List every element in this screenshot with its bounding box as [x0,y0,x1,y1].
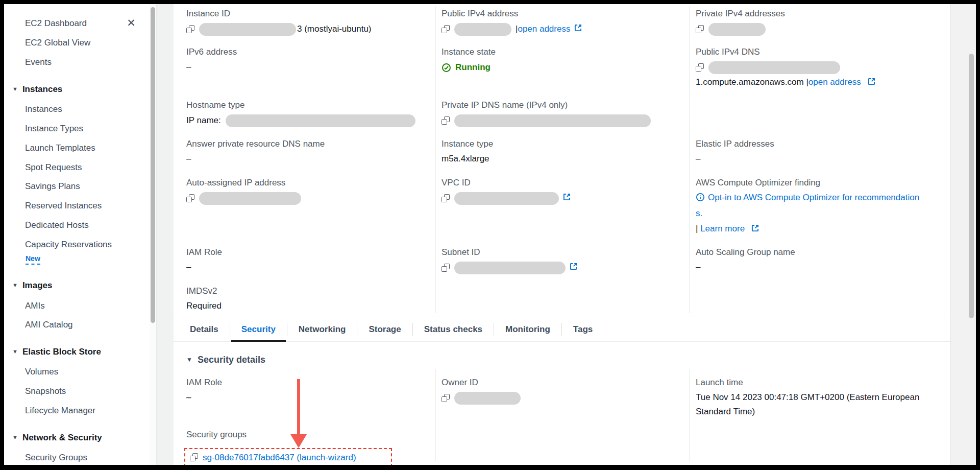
screenshot-frame: EC2 Dashboard ✕ EC2 Global View Events ▼… [0,0,980,470]
sidebar-item-ec2-global-view[interactable]: EC2 Global View [25,37,90,49]
field-value: – [186,392,222,403]
copy-icon[interactable] [442,195,449,202]
redacted-value [708,23,766,36]
sidebar-item-dedicated-hosts[interactable]: Dedicated Hosts [25,220,89,231]
sidebar-item-snapshots[interactable]: Snapshots [25,386,66,397]
sidebar-item-launch-templates[interactable]: Launch Templates [25,143,95,154]
tab-tags[interactable]: Tags [562,317,604,341]
column-divider [689,6,690,313]
security-group-link[interactable]: sg-08de76017fabd6437 (launch-wizard) [203,453,356,463]
copy-icon[interactable] [442,394,449,402]
field-elastic-ip-addresses: Elastic IP addresses – [696,139,774,164]
field-label: Instance ID [186,9,372,19]
sidebar-item-reserved-instances[interactable]: Reserved Instances [25,200,102,212]
sidebar-scrollbar-thumb[interactable] [151,7,155,323]
field-hostname-type: Hostname type IP name: [186,100,415,127]
open-address-link[interactable]: open address [808,77,861,87]
security-details-title: Security details [198,355,265,365]
annotation-highlight-box: sg-08de76017fabd6437 (launch-wizard) [184,448,392,465]
external-link-icon[interactable] [562,193,571,204]
field-private-ip-dns-name: Private IP DNS name (IPv4 only) [442,100,651,127]
sidebar-item-volumes[interactable]: Volumes [25,366,58,378]
field-label: AWS Compute Optimizer finding [696,178,941,188]
sidebar-item-instances[interactable]: Instances [25,104,62,115]
field-label: Public IPv4 DNS [696,47,941,57]
external-link-icon[interactable] [867,76,876,90]
field-label: Security groups [186,430,247,440]
close-icon[interactable]: ✕ [125,17,137,29]
optimizer-optin-line2[interactable]: s. [696,206,941,221]
redacted-value [199,192,301,205]
sidebar-item-lifecycle-manager[interactable]: Lifecycle Manager [25,405,95,416]
redacted-value [454,114,651,127]
field-label: IPv6 address [186,47,237,57]
tab-status-checks[interactable]: Status checks [413,317,494,341]
redacted-value [199,23,296,36]
learn-more-link[interactable]: Learn more [700,224,745,233]
column-divider [689,369,690,461]
copy-icon[interactable] [442,264,449,272]
redacted-value [226,114,415,127]
sidebar-section-instances[interactable]: ▼Instances [12,84,62,95]
chevron-down-icon: ▼ [186,356,192,363]
redacted-value [454,392,521,405]
optimizer-link-text[interactable]: Opt-in to AWS Compute Optimizer for reco… [708,193,919,202]
copy-icon[interactable] [442,26,449,33]
sidebar-item-security-groups[interactable]: Security Groups [25,452,87,463]
field-value: – [186,154,325,164]
field-label: Subnet ID [442,247,578,257]
external-link-icon[interactable] [569,262,578,273]
copy-icon[interactable] [186,26,194,33]
copy-icon[interactable] [696,26,703,33]
sidebar-section-elastic-block-store[interactable]: ▼Elastic Block Store [12,346,101,358]
field-auto-assigned-ip-address: Auto-assigned IP address [186,178,301,205]
tab-details[interactable]: Details [179,317,230,341]
sidebar-item-savings-plans[interactable]: Savings Plans [25,181,80,192]
sidebar-item-capacity-reservations[interactable]: Capacity Reservations [25,239,112,250]
field-value: – [696,262,795,272]
field-label: IMDSv2 [186,286,222,296]
copy-icon[interactable] [190,454,198,461]
sidebar-item-events[interactable]: Events [25,57,52,68]
field-label: IAM Role [186,378,222,388]
field-label: Elastic IP addresses [696,139,774,149]
chevron-down-icon: ▼ [12,346,18,357]
sidebar-item-ec2-dashboard[interactable]: EC2 Dashboard [25,18,87,29]
page-scrollbar[interactable] [950,4,976,465]
copy-icon[interactable] [442,117,449,125]
copy-icon[interactable] [696,64,703,72]
sidebar-item-ami-catalog[interactable]: AMI Catalog [25,319,73,331]
tab-monitoring[interactable]: Monitoring [494,317,561,341]
instance-name: 3 (mostlyai-ubuntu) [297,24,372,34]
field-value: – [186,262,222,272]
field-owner-id: Owner ID [442,378,521,405]
external-link-icon[interactable] [751,223,760,237]
field-label: Instance state [442,47,496,57]
sidebar-item-amis[interactable]: AMIs [25,300,45,312]
field-subnet-id: Subnet ID [442,247,578,274]
launch-time-line2: Standard Time) [696,405,941,419]
external-link-icon[interactable] [574,24,582,35]
sidebar-section-network-security[interactable]: ▼Network & Security [12,432,102,443]
optimizer-link-text[interactable]: s. [696,208,702,218]
optimizer-optin-line1[interactable]: Opt-in to AWS Compute Optimizer for reco… [696,191,941,206]
optimizer-learn-more-line: | Learn more [696,222,941,237]
security-details-header[interactable]: ▼Security details [186,355,265,365]
open-address-link[interactable]: open address [518,24,570,34]
sidebar-section-images[interactable]: ▼Images [12,280,52,291]
field-label: Instance type [442,139,493,149]
new-badge[interactable]: New [26,254,40,265]
launch-time-line1: Tue Nov 14 2023 00:47:18 GMT+0200 (Easte… [696,390,941,405]
tab-security[interactable]: Security [230,317,287,341]
sidebar-item-spot-requests[interactable]: Spot Requests [25,162,82,173]
tab-storage[interactable]: Storage [357,317,412,341]
field-value-prefix: IP name: [186,115,221,126]
field-value: m5a.4xlarge [442,152,493,166]
sidebar-item-instance-types[interactable]: Instance Types [25,123,83,134]
copy-icon[interactable] [186,195,194,202]
field-label: Private IP DNS name (IPv4 only) [442,100,651,110]
tab-networking[interactable]: Networking [287,317,357,341]
console-viewport: EC2 Dashboard ✕ EC2 Global View Events ▼… [4,4,976,465]
page-scrollbar-thumb[interactable] [969,54,974,318]
sidebar-scrollbar[interactable] [150,4,156,465]
